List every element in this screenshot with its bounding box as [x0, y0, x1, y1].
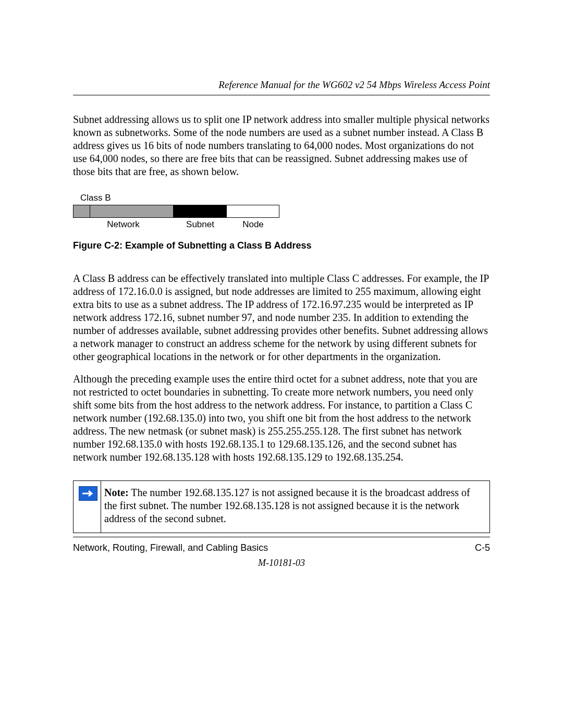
- header-title: Reference Manual for the WG602 v2 54 Mbp…: [73, 79, 490, 91]
- note-icon-cell: [74, 481, 101, 506]
- header-divider: [73, 95, 490, 95]
- diagram-label-subnet: Subnet: [174, 219, 227, 230]
- diagram-label-network: Network: [73, 219, 174, 230]
- footer-divider: [73, 537, 490, 537]
- diagram-bottom-labels: Network Subnet Node: [73, 219, 279, 230]
- body-paragraph-2: A Class B address can be effectively tra…: [73, 272, 490, 363]
- note-label: Note:: [104, 487, 129, 498]
- note-text: Note: The number 192.68.135.127 is not a…: [101, 481, 489, 533]
- body-paragraph-1: Subnet addressing allows us to split one…: [73, 113, 490, 178]
- figure-caption: Figure C-2: Example of Subnetting a Clas…: [73, 240, 490, 251]
- diagram-cell-prefix: [74, 205, 90, 217]
- note-box: Note: The number 192.68.135.127 is not a…: [73, 480, 490, 533]
- footer-page-number: C-5: [475, 542, 490, 553]
- diagram-top-label: Class B: [80, 193, 490, 203]
- body-paragraph-3: Although the preceding example uses the …: [73, 373, 490, 464]
- footer-doc-number: M-10181-03: [73, 558, 490, 569]
- diagram-cell-subnet: [174, 205, 227, 217]
- footer-section-title: Network, Routing, Firewall, and Cabling …: [73, 542, 268, 553]
- footer-line: Network, Routing, Firewall, and Cabling …: [73, 542, 490, 553]
- diagram-cell-network: [90, 205, 174, 217]
- diagram-bar: [73, 205, 279, 218]
- arrow-right-icon: [79, 486, 97, 501]
- document-page: Reference Manual for the WG602 v2 54 Mbp…: [0, 0, 563, 533]
- diagram-cell-node: [227, 205, 279, 217]
- page-footer: Network, Routing, Firewall, and Cabling …: [73, 537, 490, 569]
- diagram-classb: Class B Network Subnet Node: [73, 193, 490, 230]
- note-body: The number 192.68.135.127 is not assigne…: [104, 487, 470, 524]
- diagram-label-node: Node: [227, 219, 279, 230]
